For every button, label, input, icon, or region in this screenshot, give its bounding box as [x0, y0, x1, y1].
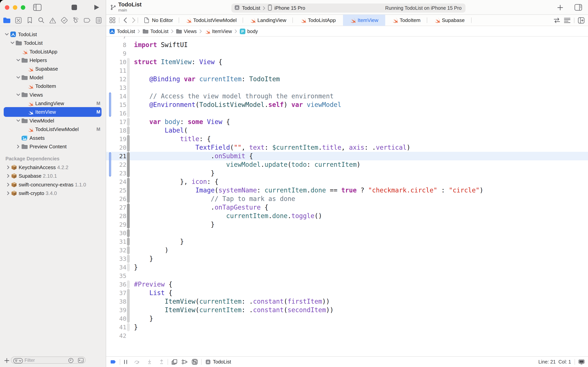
- navigator-breakpoint-icon[interactable]: [84, 17, 91, 24]
- minimize-button[interactable]: [13, 5, 17, 10]
- add-icon[interactable]: [4, 358, 9, 363]
- step-over-icon[interactable]: [134, 359, 140, 365]
- disclosure-down-icon[interactable]: [16, 73, 21, 82]
- filter-icon[interactable]: [13, 358, 23, 365]
- breadcrumb-item-todolist[interactable]: TodoList: [143, 29, 168, 34]
- breakpoints-toggle[interactable]: [110, 360, 116, 364]
- inspector-toggle-icon[interactable]: [574, 4, 582, 11]
- navigator-xsquare-icon[interactable]: [15, 17, 22, 24]
- sidebar-item-landingview[interactable]: LandingViewM: [0, 99, 106, 108]
- sidebar-item-itemview[interactable]: ItemViewM: [0, 108, 106, 116]
- sidebar-item-views[interactable]: Views: [0, 91, 106, 99]
- navigator-report-icon[interactable]: [95, 17, 102, 24]
- swift-icon: [185, 17, 191, 23]
- disclosure-down-icon[interactable]: [16, 91, 21, 99]
- view-hierarchy-icon[interactable]: [171, 359, 177, 365]
- close-button[interactable]: [5, 5, 9, 10]
- add-editor-icon[interactable]: [578, 17, 585, 24]
- scheme-name[interactable]: TodoList: [242, 5, 260, 11]
- step-out-icon[interactable]: [159, 359, 164, 365]
- tab-landingview[interactable]: LandingView: [243, 15, 293, 26]
- sidebar-item-todolist[interactable]: TodoList: [0, 39, 106, 47]
- running-app-label[interactable]: TodoList: [213, 359, 231, 365]
- step-into-icon[interactable]: [147, 359, 152, 365]
- sidebar-item-helpers[interactable]: Helpers: [0, 56, 106, 65]
- disclosure-down-icon[interactable]: [4, 30, 9, 39]
- code-line-text: ItemView(currentItem: .constant(secondIt…: [134, 306, 334, 314]
- disclosure-down-icon[interactable]: [10, 39, 15, 47]
- code-review-icon[interactable]: [553, 17, 560, 23]
- package-item-swift-concurrency-extras[interactable]: swift-concurrency-extras 1.1.0: [0, 180, 106, 189]
- stop-button[interactable]: [72, 5, 77, 10]
- sidebar-item-todolist[interactable]: TodoList: [0, 30, 106, 39]
- tab-supabase[interactable]: Supabase: [427, 15, 471, 26]
- flag-filter-icon[interactable]: [78, 358, 84, 363]
- navigator-search-icon[interactable]: [38, 17, 45, 24]
- zoom-button[interactable]: [21, 5, 25, 10]
- tab-label: LandingView: [257, 17, 286, 23]
- navigator-folder-icon[interactable]: [3, 17, 10, 24]
- recent-files-clock-icon[interactable]: [68, 358, 74, 363]
- code-line-28: 28 currentItem.done.toggle(): [106, 212, 588, 220]
- navigator-spray-icon[interactable]: [72, 17, 79, 24]
- line-number: 23: [106, 169, 126, 177]
- run-destination[interactable]: iPhone 15 Pro: [274, 5, 305, 11]
- chevron-right-icon: [263, 6, 265, 10]
- sidebar-toggle-icon[interactable]: [33, 4, 42, 11]
- line-number: 37: [106, 289, 126, 297]
- forward-icon[interactable]: [130, 17, 138, 23]
- package-item-swift-crypto[interactable]: swift-crypto 3.4.0: [0, 189, 106, 198]
- library-add-icon[interactable]: [557, 5, 563, 10]
- tab-no-editor[interactable]: No Editor: [138, 15, 179, 26]
- breadcrumb-item-itemview[interactable]: ItemView: [205, 29, 232, 34]
- sidebar-item-supabase[interactable]: Supabase: [0, 65, 106, 73]
- display-icon[interactable]: [579, 359, 585, 365]
- memory-graph-icon[interactable]: [182, 359, 187, 365]
- package-item-keychainaccess[interactable]: KeychainAccess 4.2.2: [0, 163, 106, 172]
- code-line-17: 17 var body: some View {: [106, 118, 588, 126]
- disclosure-right-icon[interactable]: [6, 163, 10, 172]
- line-col-indicator[interactable]: Line: 21 Col: 1: [538, 359, 571, 365]
- sidebar-item-todoitem[interactable]: TodoItem: [0, 82, 106, 90]
- sidebar-item-viewmodel[interactable]: ViewModel: [0, 117, 106, 125]
- disclosure-down-icon[interactable]: [16, 56, 21, 65]
- back-icon[interactable]: [121, 17, 129, 23]
- code-line-9: 9: [106, 49, 588, 58]
- code-line-13: 13: [106, 83, 588, 92]
- disclosure-right-icon[interactable]: [6, 189, 10, 198]
- disclosure-right-icon[interactable]: [16, 142, 21, 151]
- related-items-icon[interactable]: [109, 17, 115, 23]
- code-line-29: 29 }: [106, 220, 588, 229]
- sidebar-item-todolistapp[interactable]: TodoListApp: [0, 47, 106, 56]
- sidebar-item-preview-content[interactable]: Preview Content: [0, 142, 106, 151]
- tab-label: No Editor: [152, 17, 173, 23]
- disclosure-down-icon[interactable]: [16, 117, 21, 125]
- environment-overrides-icon[interactable]: [192, 359, 198, 365]
- scheme-status-bar[interactable]: TodoList iPhone 15 Pro Running TodoList …: [231, 3, 465, 13]
- disclosure-right-icon[interactable]: [6, 172, 10, 180]
- line-number: 22: [106, 160, 126, 169]
- line-number: 24: [106, 177, 126, 186]
- breadcrumb-item-body[interactable]: Pbody: [240, 29, 258, 34]
- package-item-supabase[interactable]: Supabase 2.10.1: [0, 172, 106, 180]
- disclosure-right-icon[interactable]: [6, 180, 10, 189]
- sidebar-item-assets[interactable]: Assets: [0, 134, 106, 142]
- pause-icon[interactable]: [124, 359, 127, 365]
- tab-itemview[interactable]: ItemView: [343, 15, 385, 26]
- sidebar-item-todolistviewmodel[interactable]: TodoListViewModelM: [0, 125, 106, 133]
- filter-field[interactable]: Filter: [11, 357, 85, 364]
- sidebar-item-model[interactable]: Model: [0, 73, 106, 82]
- navigator-warning-icon[interactable]: [49, 17, 56, 24]
- breadcrumb-item-views[interactable]: Views: [176, 29, 197, 34]
- source-editor[interactable]: 78import SwiftUI910struct ItemView: View…: [106, 37, 588, 356]
- navigator-testdiamond-icon[interactable]: [60, 17, 68, 24]
- tab-todolistapp[interactable]: TodoListApp: [293, 15, 343, 26]
- navigator-bookmark-icon[interactable]: [26, 17, 34, 24]
- adjust-editor-icon[interactable]: [564, 18, 571, 23]
- tabbar-right-controls: [553, 15, 588, 26]
- run-button[interactable]: [94, 4, 100, 10]
- tab-todoitem[interactable]: TodoItem: [385, 15, 427, 26]
- breadcrumb-item-todolist[interactable]: TodoList: [109, 29, 135, 34]
- tab-todolistviewmodel[interactable]: TodoListViewModel: [179, 15, 243, 26]
- breadcrumb-separator: [200, 29, 202, 33]
